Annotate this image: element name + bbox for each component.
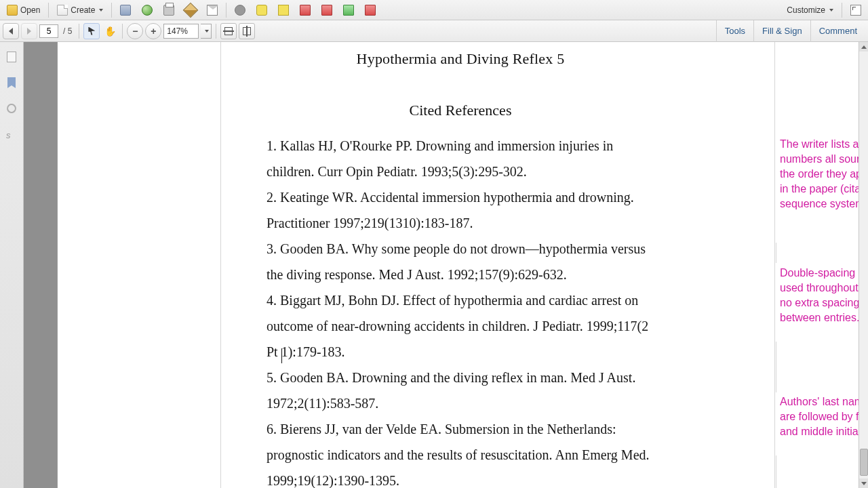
mail-icon xyxy=(207,5,218,16)
right-panel-tabs: Tools Fill & Sign Comment xyxy=(716,20,865,42)
save-button[interactable] xyxy=(115,2,136,18)
hand-tool-button[interactable]: ✋ xyxy=(102,23,118,39)
email-button[interactable] xyxy=(202,2,222,18)
annotation-note: The writer lists and numbers all sources… xyxy=(780,137,868,211)
tools-tab[interactable]: Tools xyxy=(716,20,753,42)
pdf-green-icon xyxy=(343,5,354,16)
zoom-in-button[interactable]: + xyxy=(145,23,161,39)
pdf-action-4-button[interactable] xyxy=(360,2,380,18)
customize-label: Customize xyxy=(787,5,825,15)
cursor-icon xyxy=(88,27,95,35)
workspace: s Hypothermia and Diving Reflex 5 Cited … xyxy=(0,42,868,488)
fit-width-button[interactable] xyxy=(220,23,237,39)
chevron-down-icon xyxy=(205,30,209,33)
customize-button[interactable]: Customize xyxy=(782,2,838,18)
create-label: Create xyxy=(71,5,95,15)
chevron-down-icon xyxy=(829,9,833,12)
reference-entry: 1. Kallas HJ, O'Rourke PP. Drowning and … xyxy=(267,133,654,184)
pdf-red-icon xyxy=(321,5,332,16)
thumbnails-panel-button[interactable] xyxy=(3,49,20,65)
chat-icon xyxy=(256,5,267,16)
attachment-icon xyxy=(5,102,18,115)
toolbar-separator xyxy=(216,24,216,39)
zoom-level-field[interactable]: 147% xyxy=(163,24,199,39)
toolbar-separator xyxy=(79,24,79,39)
print-button[interactable] xyxy=(159,2,179,18)
toolbar-separator xyxy=(111,3,112,18)
annotation-rule xyxy=(776,455,776,488)
edit-button[interactable] xyxy=(180,2,201,18)
annotation-rule xyxy=(776,342,776,392)
annotation-note: Authors' last names are followed by firs… xyxy=(780,394,868,439)
signature-icon: s xyxy=(6,130,17,138)
toolbar-separator xyxy=(842,3,842,18)
fit-width-icon xyxy=(224,27,233,35)
annotation-rule xyxy=(776,243,776,263)
next-page-button[interactable] xyxy=(21,23,37,39)
arrow-right-icon xyxy=(27,28,31,35)
web-button[interactable] xyxy=(137,2,157,18)
folder-icon xyxy=(7,5,18,16)
pdf-red-icon xyxy=(365,5,376,16)
print-icon xyxy=(163,5,174,16)
pdf-red-icon xyxy=(300,5,311,16)
document-viewport[interactable]: Hypothermia and Diving Reflex 5 Cited Re… xyxy=(24,42,868,488)
fit-page-button[interactable] xyxy=(239,23,255,39)
toolbar-separator xyxy=(226,3,226,18)
document-icon xyxy=(57,5,68,16)
arrow-up-icon xyxy=(861,45,867,49)
reference-entry: 3. Gooden BA. Why some people do not dro… xyxy=(267,236,654,287)
main-toolbar: Open Create Customize xyxy=(0,0,868,20)
toolbar-separator xyxy=(48,3,49,18)
pen-icon xyxy=(183,2,199,18)
gear-icon xyxy=(235,5,245,16)
page-toolbar: / 5 ✋ − + 147% Tools Fill & Sign Comment xyxy=(0,20,868,42)
select-tool-button[interactable] xyxy=(83,23,100,39)
thumbnail-icon xyxy=(7,52,16,62)
chevron-down-icon xyxy=(99,9,103,12)
text-cursor xyxy=(281,348,282,363)
pdf-action-3-button[interactable] xyxy=(338,2,359,18)
read-mode-button[interactable] xyxy=(846,2,866,18)
zoom-dropdown-button[interactable] xyxy=(201,24,212,39)
scroll-up-button[interactable] xyxy=(859,42,868,52)
pdf-page: Hypothermia and Diving Reflex 5 Cited Re… xyxy=(58,42,868,488)
hand-icon: ✋ xyxy=(104,26,116,37)
open-label: Open xyxy=(20,5,40,15)
fill-sign-tab[interactable]: Fill & Sign xyxy=(753,20,810,42)
reference-entry: 5. Gooden BA. Drowning and the diving re… xyxy=(267,365,654,416)
note-icon xyxy=(278,5,289,16)
page-number-input[interactable] xyxy=(39,24,58,38)
prev-page-button[interactable] xyxy=(3,23,19,39)
signatures-panel-button[interactable]: s xyxy=(3,126,20,142)
fit-page-icon xyxy=(243,27,251,35)
section-title: Cited References xyxy=(267,102,654,119)
references-body: 1. Kallas HJ, O'Rourke PP. Drowning and … xyxy=(267,133,654,488)
save-icon xyxy=(120,5,131,16)
bookmarks-panel-button[interactable] xyxy=(3,75,20,91)
globe-icon xyxy=(142,5,153,16)
running-head: Hypothermia and Diving Reflex 5 xyxy=(267,50,654,68)
scrollbar-thumb[interactable] xyxy=(860,449,868,476)
settings-button[interactable] xyxy=(230,2,250,18)
scroll-down-button[interactable] xyxy=(859,479,868,488)
comment-tab[interactable]: Comment xyxy=(810,20,865,42)
page-total-label: / 5 xyxy=(60,26,75,36)
expand-icon xyxy=(850,5,861,16)
pdf-action-2-button[interactable] xyxy=(317,2,337,18)
zoom-out-button[interactable]: − xyxy=(127,23,143,39)
open-button[interactable]: Open xyxy=(2,2,45,18)
reference-entry: 2. Keatinge WR. Accidental immersion hyp… xyxy=(267,184,654,236)
create-button[interactable]: Create xyxy=(52,2,108,18)
bookmark-icon xyxy=(7,77,16,88)
sticky-note-button[interactable] xyxy=(273,2,294,18)
vertical-scrollbar[interactable] xyxy=(859,42,868,488)
pdf-action-1-button[interactable] xyxy=(295,2,315,18)
reference-entry: 4. Biggart MJ, Bohn DJ. Effect of hypoth… xyxy=(267,287,654,365)
zoom-value: 147% xyxy=(167,26,188,36)
arrow-down-icon xyxy=(861,482,867,485)
toolbar-separator xyxy=(122,24,123,39)
reference-entry: 6. Bierens JJ, van der Velde EA. Submers… xyxy=(267,416,654,488)
comment-bubble-button[interactable] xyxy=(252,2,272,18)
attachments-panel-button[interactable] xyxy=(3,100,20,117)
